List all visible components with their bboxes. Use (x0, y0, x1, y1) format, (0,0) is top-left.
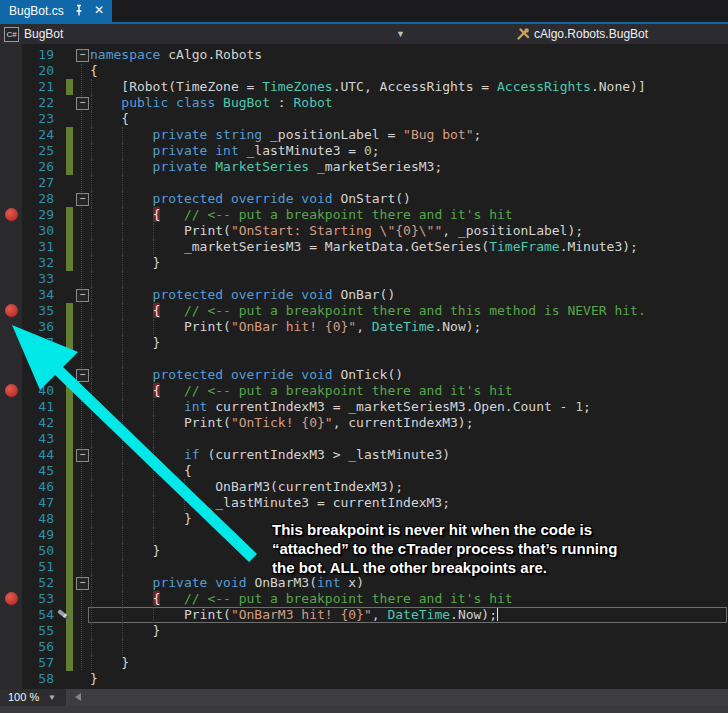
code-line[interactable]: 35 { // <-- put a breakpoint there and t… (0, 303, 728, 319)
code-line[interactable]: 46 OnBarM3(currentIndexM3); (0, 479, 728, 495)
code-line[interactable]: 24 private string _positionLabel = "Bug … (0, 127, 728, 143)
line-number[interactable]: 29 (22, 207, 54, 223)
breakpoint-dot[interactable] (5, 208, 18, 221)
line-number[interactable]: 24 (22, 127, 54, 143)
code-line[interactable]: 36 Print("OnBar hit! {0}", DateTime.Now)… (0, 319, 728, 335)
line-number[interactable]: 37 (22, 335, 54, 351)
collapse-region-button[interactable]: − (76, 193, 89, 206)
code-line[interactable]: 53 { // <-- put a breakpoint there and i… (0, 591, 728, 607)
code-line[interactable]: 30 Print("OnStart: Starting \"{0}\"", _p… (0, 223, 728, 239)
line-number[interactable]: 36 (22, 319, 54, 335)
code-line[interactable]: 41 int currentIndexM3 = _marketSeriesM3.… (0, 399, 728, 415)
line-number[interactable]: 22 (22, 95, 54, 111)
code-line[interactable]: 25 private int _lastMinute3 = 0; (0, 143, 728, 159)
code-line[interactable]: 54 Print("OnBarM3 hit! {0}", DateTime.No… (0, 607, 728, 623)
line-number[interactable]: 57 (22, 655, 54, 671)
pin-icon[interactable] (72, 4, 85, 17)
line-number[interactable]: 30 (22, 223, 54, 239)
line-number[interactable]: 47 (22, 495, 54, 511)
line-number[interactable]: 28 (22, 191, 54, 207)
scroll-left-arrow-icon[interactable] (75, 693, 81, 701)
line-number[interactable]: 35 (22, 303, 54, 319)
breakpoint-dot[interactable] (5, 304, 18, 317)
line-number[interactable]: 32 (22, 255, 54, 271)
code-line[interactable]: 31 _marketSeriesM3 = MarketData.GetSerie… (0, 239, 728, 255)
line-number[interactable]: 27 (22, 175, 54, 191)
code-line[interactable]: 27 (0, 175, 728, 191)
zoom-combo[interactable]: 100 % ▼ (0, 689, 67, 706)
line-number[interactable]: 38 (22, 351, 54, 367)
line-number[interactable]: 45 (22, 463, 54, 479)
code-line[interactable]: 38 (0, 351, 728, 367)
line-number[interactable]: 49 (22, 527, 54, 543)
line-number[interactable]: 21 (22, 79, 54, 95)
line-number[interactable]: 56 (22, 639, 54, 655)
line-number[interactable]: 53 (22, 591, 54, 607)
line-number[interactable]: 26 (22, 159, 54, 175)
code-line[interactable]: 42 Print("OnTick! {0}", currentIndexM3); (0, 415, 728, 431)
code-line[interactable]: 23 { (0, 111, 728, 127)
code-line[interactable]: 22− public class BugBot : Robot (0, 95, 728, 111)
line-number[interactable]: 19 (22, 47, 54, 63)
close-icon[interactable]: ✕ (91, 0, 107, 22)
chevron-down-icon[interactable]: ▼ (396, 26, 405, 42)
indent-guide (153, 431, 154, 447)
line-number[interactable]: 20 (22, 63, 54, 79)
line-number[interactable]: 39 (22, 367, 54, 383)
code-line[interactable]: 55 } (0, 623, 728, 639)
line-number[interactable]: 34 (22, 287, 54, 303)
code-line[interactable]: 26 private MarketSeries _marketSeriesM3; (0, 159, 728, 175)
line-number[interactable]: 40 (22, 383, 54, 399)
code-line[interactable]: 44− if (currentIndexM3 > _lastMinute3) (0, 447, 728, 463)
code-line[interactable]: 32 } (0, 255, 728, 271)
line-number[interactable]: 52 (22, 575, 54, 591)
line-number[interactable]: 50 (22, 543, 54, 559)
code-line[interactable]: 29 { // <-- put a breakpoint there and i… (0, 207, 728, 223)
line-number[interactable]: 46 (22, 479, 54, 495)
code-line[interactable]: 58} (0, 671, 728, 687)
code-line[interactable]: 33 (0, 271, 728, 287)
code-line[interactable]: 57 } (0, 655, 728, 671)
collapse-region-button[interactable]: − (76, 49, 89, 62)
code-line[interactable]: 40 { // <-- put a breakpoint there and i… (0, 383, 728, 399)
line-number[interactable]: 31 (22, 239, 54, 255)
line-number[interactable]: 54 (22, 607, 54, 623)
line-number[interactable]: 51 (22, 559, 54, 575)
horizontal-scrollbar[interactable] (67, 689, 728, 706)
code-line[interactable]: 37 } (0, 335, 728, 351)
code-line[interactable]: 28− protected override void OnStart() (0, 191, 728, 207)
line-number[interactable]: 42 (22, 415, 54, 431)
collapse-region-button[interactable]: − (76, 369, 89, 382)
line-number[interactable]: 44 (22, 447, 54, 463)
code-line[interactable]: 52− private void OnBarM3(int x) (0, 575, 728, 591)
line-number[interactable]: 55 (22, 623, 54, 639)
collapse-region-button[interactable]: − (76, 449, 89, 462)
code-line[interactable]: 20{ (0, 63, 728, 79)
code-line[interactable]: 21 [Robot(TimeZone = TimeZones.UTC, Acce… (0, 79, 728, 95)
collapse-region-button[interactable]: − (76, 577, 89, 590)
breakpoint-dot[interactable] (5, 592, 18, 605)
code-line[interactable]: 56 (0, 639, 728, 655)
code-line[interactable]: 43 (0, 431, 728, 447)
tab-bugbot-cs[interactable]: BugBot.cs ✕ (0, 0, 112, 22)
code-line[interactable]: 47 _lastMinute3 = currentIndexM3; (0, 495, 728, 511)
type-dropdown[interactable]: BugBot (24, 26, 63, 42)
code-editor[interactable]: 19−namespace cAlgo.Robots20{21 [Robot(Ti… (0, 44, 728, 689)
collapse-region-button[interactable]: − (76, 97, 89, 110)
code-text: { // <-- put a breakpoint there and it's… (90, 383, 513, 399)
line-number[interactable]: 58 (22, 671, 54, 687)
line-number[interactable]: 41 (22, 399, 54, 415)
code-line[interactable]: 39− protected override void OnTick() (0, 367, 728, 383)
code-line[interactable]: 45 { (0, 463, 728, 479)
member-dropdown[interactable]: cAlgo.Robots.BugBot (534, 26, 648, 42)
code-line[interactable]: 19−namespace cAlgo.Robots (0, 47, 728, 63)
line-number[interactable]: 48 (22, 511, 54, 527)
line-number[interactable]: 33 (22, 271, 54, 287)
line-number[interactable]: 23 (22, 111, 54, 127)
line-number[interactable]: 43 (22, 431, 54, 447)
change-tracking-bar (66, 303, 73, 319)
line-number[interactable]: 25 (22, 143, 54, 159)
collapse-region-button[interactable]: − (76, 289, 89, 302)
code-line[interactable]: 34− protected override void OnBar() (0, 287, 728, 303)
breakpoint-dot[interactable] (5, 384, 18, 397)
